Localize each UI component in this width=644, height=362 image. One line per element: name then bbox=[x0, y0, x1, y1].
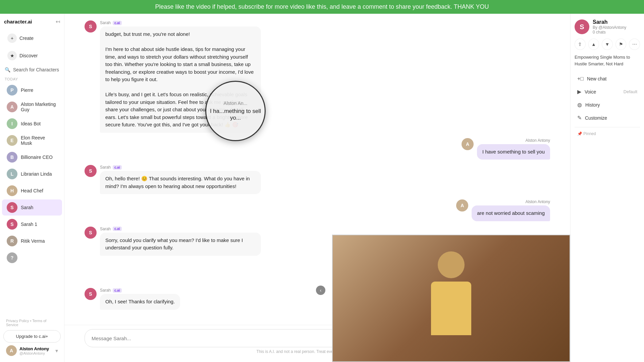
sidebar-item-elon[interactable]: E Elon Reeve Musk bbox=[2, 132, 62, 148]
privacy-policy-link[interactable]: Privacy Policy bbox=[6, 319, 29, 323]
sender-name: Alston Antony bbox=[526, 138, 550, 143]
message-sender: Alston Antony bbox=[472, 199, 550, 204]
magnifier-content: Alston An... I ha...mething to sell yo..… bbox=[206, 97, 265, 125]
char-avatar-large: S bbox=[575, 19, 589, 34]
c-ai-badge: c.ai bbox=[113, 165, 122, 170]
search-label: Search for Characters bbox=[13, 67, 59, 72]
create-button[interactable]: + Create bbox=[3, 30, 61, 46]
c-ai-badge: c.ai bbox=[113, 227, 122, 231]
sidebar-item-label: Alston Marketing Guy bbox=[21, 102, 57, 112]
search-characters-button[interactable]: 🔍 Search for Characters bbox=[0, 64, 64, 75]
message-sender: Sarah c.ai bbox=[100, 165, 261, 170]
new-chat-label: New chat bbox=[587, 76, 606, 81]
sidebar-item-label: Ideas Bot bbox=[21, 121, 41, 126]
right-panel: S Sarah By @AlstonAntony 0 chats ⇧ ▲ ▼ ⚑… bbox=[570, 14, 644, 362]
pinned-section: 📌 Pinned bbox=[575, 127, 640, 137]
more-options-button[interactable]: ⋯ bbox=[629, 39, 640, 50]
sidebar-item-alston-marketing[interactable]: A Alston Marketing Guy bbox=[2, 99, 62, 115]
magnifier-text: I ha...mething to sell yo... bbox=[210, 108, 261, 121]
sidebar: character.ai ↤ + Create ★ Discover 🔍 Sea… bbox=[0, 14, 64, 362]
librarian-avatar: L bbox=[7, 169, 17, 179]
c-ai-badge: c.ai bbox=[113, 288, 122, 293]
billionaire-avatar: B bbox=[7, 152, 17, 163]
magnifier-close-btn[interactable]: ✕ bbox=[258, 83, 262, 89]
message-row: Alston Antony I have something to sell y… bbox=[85, 138, 550, 160]
webcam-overlay bbox=[332, 235, 570, 362]
char-profile: S Sarah By @AlstonAntony 0 chats bbox=[575, 19, 640, 35]
scroll-down-btn[interactable]: ‹ bbox=[316, 286, 325, 295]
message-bubble: Oh, I see! Thanks for clarifying. bbox=[100, 294, 180, 310]
user-message-avatar: A bbox=[456, 199, 468, 212]
voice-menu-item[interactable]: ▶ Voice Default bbox=[575, 85, 640, 98]
ai-message-container: Sarah c.ai Oh, I see! Thanks for clarify… bbox=[100, 288, 180, 310]
sidebar-item-label: Sarah 1 bbox=[21, 222, 37, 227]
sidebar-item-head-chef[interactable]: H Head Chef bbox=[2, 183, 62, 199]
user-account[interactable]: A Alston Antony @AlstonAntony ▾ bbox=[3, 343, 61, 359]
customize-label: Customize bbox=[585, 115, 607, 121]
user-avatar: A bbox=[6, 345, 17, 356]
discover-button[interactable]: ★ Discover bbox=[3, 48, 61, 64]
user-name: Alston Antony bbox=[19, 346, 49, 351]
like-button[interactable]: ▲ bbox=[588, 39, 599, 50]
sidebar-footer: Privacy Policy • Terms of Service Upgrad… bbox=[0, 313, 64, 362]
ritik-avatar: R bbox=[7, 236, 17, 246]
create-icon: + bbox=[7, 34, 17, 43]
sidebar-item-sarah[interactable]: S Sarah bbox=[2, 199, 62, 216]
banner-text: Please like the video if helped, subscri… bbox=[155, 3, 489, 10]
head-chef-avatar: H bbox=[7, 185, 17, 196]
sidebar-item-billionaire[interactable]: B Billionaire CEO bbox=[2, 149, 62, 165]
magnifier-sender: Alston An... bbox=[210, 101, 261, 106]
sidebar-item-librarian[interactable]: L Librarian Linda bbox=[2, 166, 62, 182]
share-button[interactable]: ⇧ bbox=[575, 39, 586, 50]
flag-button[interactable]: ⚑ bbox=[615, 39, 627, 50]
sidebar-item-label: Librarian Linda bbox=[21, 171, 52, 177]
sidebar-item-ritik[interactable]: R Ritik Verma bbox=[2, 233, 62, 249]
customize-menu-item[interactable]: ✎ Customize bbox=[575, 111, 640, 124]
privacy-links: Privacy Policy • Terms of Service bbox=[3, 317, 61, 329]
sidebar-item-label: Head Chef bbox=[21, 188, 43, 193]
message-sender: Alston Antony bbox=[477, 138, 550, 143]
search-icon: 🔍 bbox=[5, 67, 10, 72]
discover-label: Discover bbox=[19, 53, 38, 58]
discover-icon: ★ bbox=[7, 51, 17, 60]
char-actions: ⇧ ▲ ▼ ⚑ ⋯ bbox=[575, 39, 640, 50]
sidebar-collapse-btn[interactable]: ↤ bbox=[56, 18, 60, 25]
history-menu-item[interactable]: ◍ History bbox=[575, 98, 640, 111]
voice-default-label: Default bbox=[624, 89, 637, 94]
elon-avatar: E bbox=[7, 135, 17, 146]
ai-message-container: Sarah c.ai Sorry, could you clarify what… bbox=[100, 227, 261, 256]
history-icon: ◍ bbox=[577, 102, 582, 108]
sidebar-item-label: Sarah bbox=[21, 205, 33, 210]
sidebar-item-extra[interactable]: ? bbox=[2, 250, 62, 266]
sender-name: Sarah bbox=[100, 227, 111, 231]
top-banner: Please like the video if helped, subscri… bbox=[0, 0, 644, 14]
app-logo: character.ai bbox=[4, 19, 32, 24]
sarah-avatar: S bbox=[7, 202, 17, 213]
voice-icon: ▶ bbox=[577, 88, 581, 95]
sender-name: Alston Antony bbox=[526, 199, 550, 204]
upgrade-button[interactable]: Upgrade to c.ai+ bbox=[3, 330, 61, 343]
message-bubble: I have something to sell you bbox=[477, 144, 550, 160]
voice-label: Voice bbox=[585, 89, 596, 95]
sarah-message-avatar: S bbox=[85, 288, 97, 300]
sender-name: Sarah bbox=[100, 288, 111, 293]
pinned-label: 📌 Pinned bbox=[575, 130, 640, 137]
magnifier-overlay: ✕ Alston An... I ha...mething to sell yo… bbox=[205, 81, 266, 141]
ai-message-container: Sarah c.ai Oh, hello there! 😊 That sound… bbox=[100, 165, 261, 194]
message-sender: Sarah c.ai bbox=[100, 20, 261, 25]
create-label: Create bbox=[19, 36, 34, 41]
new-chat-menu-item[interactable]: +□ New chat bbox=[575, 72, 640, 85]
sidebar-item-sarah1[interactable]: S Sarah 1 bbox=[2, 216, 62, 232]
message-bubble: are not worried about scaming bbox=[472, 205, 550, 221]
sarah1-avatar: S bbox=[7, 219, 17, 230]
sidebar-item-label: Elon Reeve Musk bbox=[21, 135, 57, 146]
dislike-button[interactable]: ▼ bbox=[602, 39, 613, 50]
message-row: S Sarah c.ai budget, but trust me, you'r… bbox=[85, 20, 550, 133]
sidebar-item-label: Billionaire CEO bbox=[21, 155, 53, 160]
user-handle: @AlstonAntony bbox=[19, 351, 49, 355]
char-by: By @AlstonAntony bbox=[593, 25, 626, 30]
sidebar-item-ideas-bot[interactable]: I Ideas Bot bbox=[2, 116, 62, 132]
person-silhouette bbox=[421, 251, 481, 345]
sidebar-item-pierre[interactable]: P Pierre bbox=[2, 82, 62, 98]
char-chats: 0 chats bbox=[593, 30, 626, 35]
